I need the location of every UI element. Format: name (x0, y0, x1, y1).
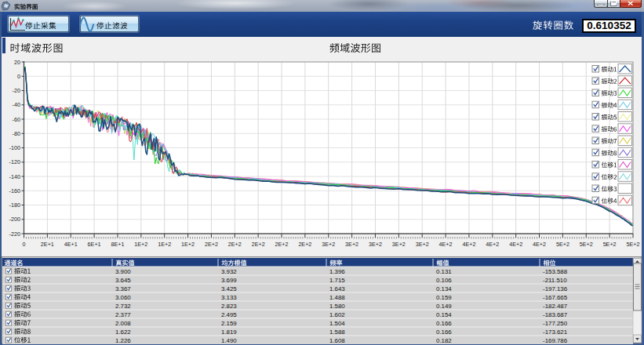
svg-text:1.504: 1.504 (329, 320, 345, 327)
svg-text:-211.510: -211.510 (543, 277, 567, 284)
svg-text:0.182: 0.182 (436, 337, 452, 344)
svg-text:1.580: 1.580 (329, 303, 345, 310)
svg-text:0.159: 0.159 (436, 294, 452, 301)
svg-text:1.226: 1.226 (115, 337, 131, 344)
svg-text:-169.786: -169.786 (543, 337, 568, 344)
svg-text:-183.687: -183.687 (543, 311, 567, 318)
svg-text:1.643: 1.643 (329, 285, 345, 292)
svg-text:2.159: 2.159 (221, 320, 237, 327)
svg-text:0.106: 0.106 (436, 277, 452, 284)
svg-text:2.823: 2.823 (221, 303, 237, 310)
svg-text:-173.621: -173.621 (543, 329, 567, 336)
svg-text:0.166: 0.166 (436, 320, 452, 327)
svg-text:2.732: 2.732 (115, 303, 131, 310)
svg-text:3.060: 3.060 (115, 294, 131, 301)
svg-text:1.715: 1.715 (329, 277, 345, 284)
svg-text:1.488: 1.488 (329, 294, 345, 301)
svg-text:1.490: 1.490 (221, 337, 237, 344)
svg-text:0.131: 0.131 (436, 268, 452, 275)
svg-text:2.495: 2.495 (221, 311, 237, 318)
svg-text:0.166: 0.166 (436, 329, 452, 336)
svg-text:-177.250: -177.250 (543, 320, 568, 327)
svg-text:3.133: 3.133 (221, 294, 237, 301)
svg-text:-182.487: -182.487 (543, 303, 567, 310)
svg-text:1.819: 1.819 (221, 329, 237, 336)
svg-text:3.367: 3.367 (115, 285, 131, 292)
svg-text:3.699: 3.699 (221, 277, 237, 284)
svg-text:3.932: 3.932 (221, 268, 237, 275)
svg-text:0.134: 0.134 (436, 285, 452, 292)
svg-text:1.608: 1.608 (329, 337, 345, 344)
svg-text:0.149: 0.149 (436, 303, 452, 310)
svg-text:1.622: 1.622 (115, 329, 131, 336)
svg-text:1.588: 1.588 (329, 329, 345, 336)
svg-text:-197.136: -197.136 (543, 285, 568, 292)
svg-text:2.377: 2.377 (115, 311, 131, 318)
svg-text:1.602: 1.602 (329, 311, 345, 318)
svg-text:2.008: 2.008 (115, 320, 131, 327)
svg-text:3.900: 3.900 (115, 268, 131, 275)
svg-text:0.154: 0.154 (436, 311, 452, 318)
svg-text:3.425: 3.425 (221, 285, 237, 292)
svg-text:1.396: 1.396 (329, 268, 345, 275)
svg-text:-153.588: -153.588 (543, 268, 568, 275)
svg-text:3.645: 3.645 (115, 277, 131, 284)
svg-text:-167.665: -167.665 (543, 294, 568, 301)
